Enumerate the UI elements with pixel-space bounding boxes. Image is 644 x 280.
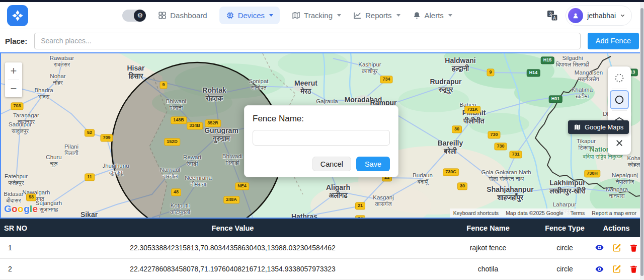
view-fence-button[interactable] bbox=[595, 243, 604, 252]
place-search-bar: Place: Add Fence bbox=[0, 29, 644, 52]
nav-alerts-label: Alerts bbox=[425, 11, 444, 20]
header-actions: Actions bbox=[589, 224, 644, 232]
google-logo-letter: o bbox=[12, 203, 18, 214]
cell-fence-name: chotila bbox=[435, 265, 541, 273]
chevron-down-icon bbox=[269, 14, 273, 17]
person-icon bbox=[572, 12, 580, 20]
map-icon bbox=[574, 123, 581, 131]
close-icon bbox=[615, 138, 624, 148]
delete-fence-button[interactable] bbox=[629, 264, 638, 273]
theme-toggle[interactable]: ⚙ bbox=[122, 10, 146, 22]
app-logo[interactable] bbox=[7, 5, 28, 26]
fence-table-header: SR NO Fence Value Fence Name Fence Type … bbox=[0, 219, 644, 237]
chevron-down-icon bbox=[448, 14, 452, 17]
nav-dashboard[interactable]: Dashboard bbox=[158, 11, 207, 20]
scrollbar[interactable] bbox=[640, 2, 644, 280]
map-canvas[interactable]: Rawatsar रावतसर Nohar नोहर Bhadra भादरा … bbox=[0, 52, 644, 219]
header-sr-no: SR NO bbox=[0, 224, 30, 232]
circle-icon bbox=[614, 94, 625, 105]
main-menu: ⚙ Dashboard Devices Tracking bbox=[28, 7, 546, 24]
trash-icon bbox=[629, 264, 638, 273]
edit-fence-button[interactable] bbox=[612, 264, 621, 273]
eye-icon bbox=[595, 243, 604, 252]
google-logo-letter: e bbox=[32, 203, 38, 214]
header-fence-type: Fence Type bbox=[541, 224, 589, 232]
view-fence-button[interactable] bbox=[595, 264, 604, 274]
freehand-draw-tool[interactable] bbox=[610, 68, 629, 88]
nav-devices-label: Devices bbox=[238, 11, 265, 20]
edit-fence-button[interactable] bbox=[612, 243, 621, 252]
cancel-drawing-tool[interactable] bbox=[610, 133, 629, 153]
zoom-in-button[interactable]: + bbox=[5, 62, 22, 80]
edit-pencil-icon bbox=[612, 243, 621, 252]
google-logo-letter: o bbox=[18, 203, 24, 214]
divider bbox=[612, 89, 627, 89]
user-name: jethabhai bbox=[587, 12, 616, 20]
google-maps-tooltip: Google Maps bbox=[568, 120, 629, 134]
add-fence-button[interactable]: Add Fence bbox=[588, 33, 639, 49]
search-places-input[interactable] bbox=[34, 33, 581, 49]
chevron-down-icon bbox=[620, 13, 625, 18]
dashboard-grid-icon bbox=[158, 11, 167, 20]
avatar bbox=[568, 8, 583, 23]
place-label: Place: bbox=[5, 37, 27, 45]
nav-dashboard-label: Dashboard bbox=[170, 11, 207, 20]
dialog-actions: Cancel Save bbox=[253, 157, 390, 171]
google-logo-letter: G bbox=[4, 203, 12, 214]
cell-actions bbox=[589, 264, 644, 274]
cancel-button[interactable]: Cancel bbox=[312, 157, 351, 171]
cell-sr-no: 1 bbox=[0, 244, 30, 252]
zoom-out-button[interactable]: − bbox=[5, 80, 22, 97]
fence-table: SR NO Fence Value Fence Name Fence Type … bbox=[0, 219, 644, 280]
map-route-icon bbox=[292, 11, 300, 20]
svg-text:A: A bbox=[553, 15, 556, 20]
chevron-down-icon bbox=[337, 14, 341, 17]
fence-name-label: Fence Name: bbox=[253, 114, 390, 124]
cell-fence-value: 22.422786083458078,71.19760408216712,135… bbox=[30, 265, 435, 273]
keyboard-shortcuts-link[interactable]: Keyboard shortcuts bbox=[450, 208, 502, 218]
bell-icon bbox=[413, 11, 421, 20]
divider bbox=[612, 110, 627, 111]
nav-reports-label: Reports bbox=[365, 11, 392, 20]
edit-pencil-icon bbox=[612, 264, 621, 273]
chip-icon bbox=[226, 11, 234, 20]
fence-name-input[interactable] bbox=[253, 130, 390, 146]
user-menu[interactable]: jethabhai bbox=[566, 6, 632, 26]
trash-icon bbox=[629, 243, 638, 252]
chevron-down-icon bbox=[396, 14, 400, 17]
cell-fence-type: circle bbox=[541, 244, 589, 252]
nav-alerts[interactable]: Alerts bbox=[413, 11, 452, 20]
cell-fence-value: 22.305338842315813,70.80344358630403,139… bbox=[30, 244, 435, 252]
delete-fence-button[interactable] bbox=[629, 243, 638, 252]
map-zoom-control: + − bbox=[5, 62, 22, 97]
nav-devices[interactable]: Devices bbox=[219, 7, 280, 24]
cell-fence-type: circle bbox=[541, 265, 589, 273]
map-data-copyright: Map data ©2025 Google bbox=[502, 208, 567, 218]
nav-tracking-label: Tracking bbox=[304, 11, 333, 20]
cell-fence-name: rajkot fence bbox=[435, 244, 541, 252]
gear-icon: ⚙ bbox=[134, 10, 146, 22]
google-maps-tooltip-label: Google Maps bbox=[585, 123, 623, 131]
nav-tracking[interactable]: Tracking bbox=[292, 11, 341, 20]
scrollbar-thumb[interactable] bbox=[640, 8, 643, 276]
google-logo-letter: g bbox=[24, 203, 30, 214]
google-logo[interactable]: Google bbox=[4, 203, 38, 215]
table-row: 1 22.305338842315813,70.80344358630403,1… bbox=[0, 237, 644, 259]
save-button[interactable]: Save bbox=[356, 157, 390, 171]
nav-reports[interactable]: Reports bbox=[353, 11, 400, 20]
line-chart-icon bbox=[353, 11, 362, 20]
map-attribution: Keyboard shortcuts Map data ©2025 Google… bbox=[450, 208, 640, 218]
eye-icon bbox=[595, 264, 604, 274]
report-map-error-link[interactable]: Report a map error bbox=[588, 208, 640, 218]
cell-sr-no: 2 bbox=[0, 265, 30, 273]
terms-link[interactable]: Terms bbox=[567, 208, 589, 218]
dotted-circle-icon bbox=[614, 73, 625, 84]
table-row: 2 22.422786083458078,71.19760408216712,1… bbox=[0, 259, 644, 280]
fence-table-body: 1 22.305338842315813,70.80344358630403,1… bbox=[0, 237, 644, 280]
circle-draw-tool[interactable] bbox=[610, 90, 629, 109]
header-fence-name: Fence Name bbox=[435, 224, 541, 232]
translate-icon[interactable]: 文 A bbox=[546, 10, 558, 22]
header-fence-value: Fence Value bbox=[30, 224, 435, 232]
navbar-right: 文 A jethabhai bbox=[546, 6, 632, 26]
navbar: ⚙ Dashboard Devices Tracking bbox=[0, 2, 644, 29]
